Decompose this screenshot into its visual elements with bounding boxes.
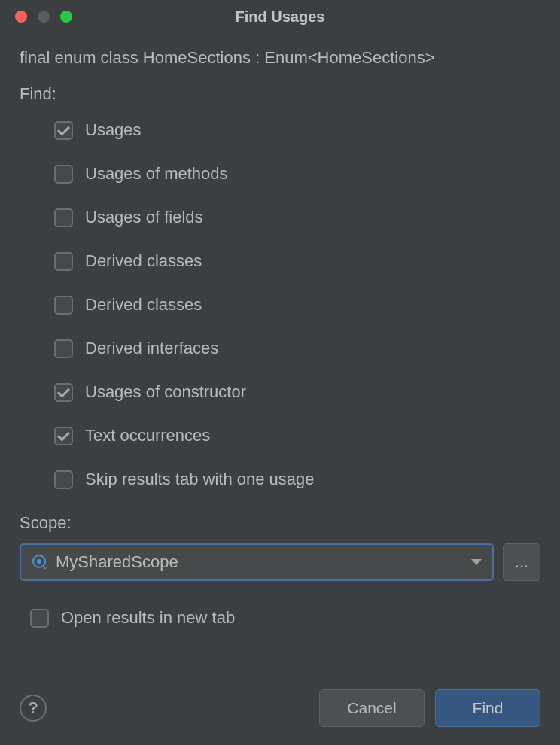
checkbox-label: Usages of constructor <box>85 382 246 402</box>
checkbox-label: Usages <box>85 120 142 140</box>
checkbox-label: Usages of fields <box>85 208 203 227</box>
checkbox-label: Derived classes <box>85 295 202 315</box>
checkbox-row-usages-constructor[interactable]: Usages of constructor <box>54 382 540 402</box>
scope-browse-button[interactable]: ... <box>503 543 540 581</box>
chevron-down-icon <box>471 559 482 565</box>
checkbox-derived-interfaces[interactable] <box>54 339 73 358</box>
checkbox-skip-results-tab[interactable] <box>54 470 73 489</box>
window-controls <box>15 11 72 23</box>
class-signature: final enum class HomeSections : Enum<Hom… <box>20 48 540 68</box>
checkbox-label: Derived classes <box>85 251 202 271</box>
checkbox-row-text-occurrences[interactable]: Text occurrences <box>54 426 540 445</box>
shared-scope-icon <box>32 554 48 570</box>
checkbox-row-usages[interactable]: Usages <box>54 120 540 140</box>
scope-value: MySharedScope <box>56 552 471 572</box>
checkbox-label: Open results in new tab <box>61 608 235 628</box>
help-button[interactable]: ? <box>20 695 47 722</box>
maximize-window-button[interactable] <box>60 11 72 23</box>
scope-dropdown[interactable]: MySharedScope <box>20 543 494 581</box>
dialog-title: Find Usages <box>236 8 325 26</box>
checkbox-label: Usages of methods <box>85 164 228 184</box>
find-section-label: Find: <box>20 84 540 104</box>
scope-label: Scope: <box>20 513 540 533</box>
checkbox-open-new-tab[interactable] <box>30 609 49 628</box>
find-options-group: Usages Usages of methods Usages of field… <box>20 120 540 489</box>
checkbox-label: Skip results tab with one usage <box>85 470 315 489</box>
cancel-button[interactable]: Cancel <box>319 689 425 727</box>
checkbox-row-usages-methods[interactable]: Usages of methods <box>54 164 540 184</box>
find-button[interactable]: Find <box>435 689 540 727</box>
checkbox-usages-methods[interactable] <box>54 165 73 184</box>
checkbox-usages-constructor[interactable] <box>54 383 73 402</box>
scope-row: MySharedScope ... <box>20 543 540 581</box>
dialog-footer: ? Cancel Find <box>20 689 540 727</box>
minimize-window-button[interactable] <box>38 11 50 23</box>
checkbox-row-usages-fields[interactable]: Usages of fields <box>54 208 540 227</box>
checkbox-usages-fields[interactable] <box>54 208 73 227</box>
checkbox-row-derived-interfaces[interactable]: Derived interfaces <box>54 339 540 358</box>
footer-buttons: Cancel Find <box>319 689 540 727</box>
svg-point-1 <box>37 559 41 564</box>
scope-section: Scope: MySharedScope ... <box>20 513 540 581</box>
checkbox-derived-classes-2[interactable] <box>54 296 73 315</box>
checkbox-label: Derived interfaces <box>85 339 218 358</box>
checkbox-text-occurrences[interactable] <box>54 427 73 445</box>
dialog-content: final enum class HomeSections : Enum<Hom… <box>0 33 560 628</box>
checkbox-row-derived-classes-1[interactable]: Derived classes <box>54 251 540 271</box>
checkbox-row-skip-results-tab[interactable]: Skip results tab with one usage <box>54 470 540 489</box>
checkbox-label: Text occurrences <box>85 426 210 445</box>
checkbox-usages[interactable] <box>54 121 73 140</box>
checkbox-row-open-new-tab[interactable]: Open results in new tab <box>20 608 540 628</box>
titlebar: Find Usages <box>0 0 560 33</box>
checkbox-row-derived-classes-2[interactable]: Derived classes <box>54 295 540 315</box>
checkbox-derived-classes-1[interactable] <box>54 252 73 271</box>
close-window-button[interactable] <box>15 11 27 23</box>
